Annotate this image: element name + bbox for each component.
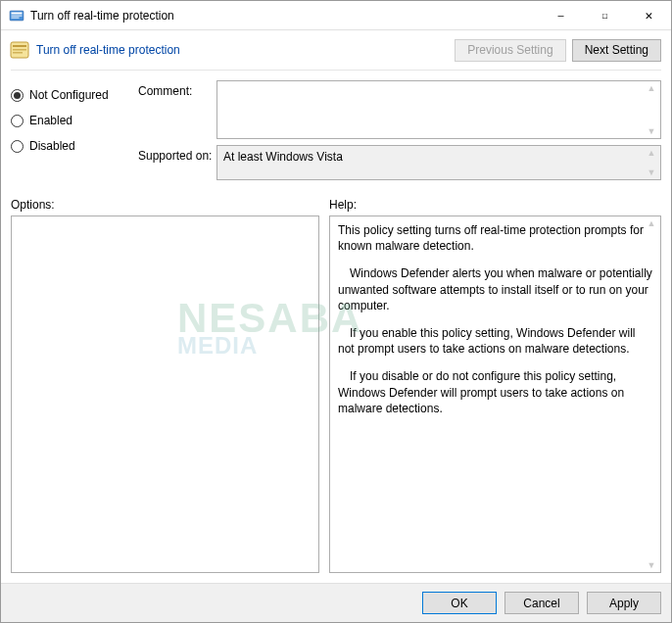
svg-rect-2 [12, 15, 23, 16]
radio-label: Enabled [29, 114, 72, 127]
cancel-button[interactable]: Cancel [504, 592, 579, 614]
help-pane: This policy setting turns off real-time … [329, 216, 661, 573]
svg-rect-5 [13, 45, 26, 47]
scroll-up-icon: ▲ [648, 218, 656, 228]
previous-setting-button: Previous Setting [455, 39, 565, 62]
next-setting-button[interactable]: Next Setting [572, 39, 661, 62]
close-button[interactable]: ✕ [627, 1, 671, 29]
policy-header: Turn off real-time protection Previous S… [1, 30, 671, 70]
radio-icon [11, 140, 24, 153]
help-paragraph: Windows Defender alerts you when malware… [338, 265, 652, 313]
policy-title: Turn off real-time protection [36, 43, 449, 57]
radio-disabled[interactable]: Disabled [11, 139, 138, 153]
comment-label: Comment: [138, 80, 216, 139]
policy-icon [9, 39, 30, 61]
help-label: Help: [329, 198, 357, 212]
ok-button[interactable]: OK [422, 592, 497, 614]
supported-label: Supported on: [138, 145, 216, 180]
help-text: This policy setting turns off real-time … [338, 222, 652, 416]
scroll-down-icon: ▼ [648, 560, 656, 570]
options-label: Options: [11, 198, 329, 212]
options-pane [11, 216, 319, 573]
state-radios: Not Configured Enabled Disabled [11, 80, 138, 186]
titlebar: Turn off real-time protection — ☐ ✕ [1, 1, 671, 30]
scrollbar[interactable]: ▲▼ [645, 148, 658, 177]
help-paragraph: This policy setting turns off real-time … [338, 222, 652, 254]
radio-not-configured[interactable]: Not Configured [11, 88, 138, 102]
window-controls: — ☐ ✕ [539, 1, 671, 29]
divider [11, 70, 661, 71]
svg-rect-6 [13, 49, 26, 51]
scroll-up-icon: ▲ [648, 83, 656, 93]
radio-icon [11, 115, 24, 127]
pane-labels: Options: Help: [1, 190, 671, 216]
apply-button[interactable]: Apply [587, 592, 661, 614]
radio-icon [11, 89, 24, 102]
minimize-button[interactable]: — [539, 1, 583, 29]
maximize-button[interactable]: ☐ [583, 1, 627, 29]
config-area: Not Configured Enabled Disabled Comment:… [1, 74, 671, 190]
svg-rect-7 [13, 52, 23, 54]
window-title: Turn off real-time protection [30, 9, 539, 23]
scroll-down-icon: ▼ [648, 126, 656, 136]
split-panes: This policy setting turns off real-time … [1, 216, 671, 573]
svg-rect-3 [12, 17, 20, 18]
scroll-down-icon: ▼ [648, 168, 656, 177]
supported-on-box: At least Windows Vista ▲▼ [216, 145, 661, 180]
radio-label: Not Configured [29, 88, 109, 102]
supported-value: At least Windows Vista [223, 150, 343, 164]
help-paragraph: If you enable this policy setting, Windo… [338, 325, 652, 357]
footer-buttons: OK Cancel Apply [1, 583, 671, 622]
comment-textarea[interactable]: ▲▼ [216, 80, 661, 139]
svg-rect-1 [12, 12, 23, 14]
radio-enabled[interactable]: Enabled [11, 114, 138, 127]
scrollbar[interactable]: ▲▼ [645, 83, 658, 136]
radio-label: Disabled [29, 139, 75, 153]
gpedit-icon [9, 8, 24, 24]
scroll-up-icon: ▲ [648, 148, 656, 158]
fields: Comment: ▲▼ Supported on: At least Windo… [138, 80, 661, 186]
help-paragraph: If you disable or do not configure this … [338, 368, 652, 416]
scrollbar[interactable]: ▲▼ [645, 218, 658, 570]
